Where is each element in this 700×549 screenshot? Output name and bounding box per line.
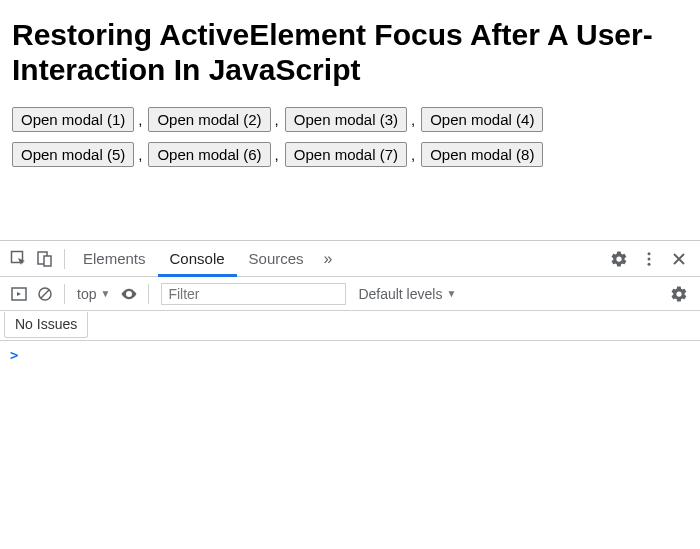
device-toggle-icon[interactable] bbox=[32, 246, 58, 272]
tabs-overflow-button[interactable]: » bbox=[316, 250, 341, 268]
open-modal-8-button[interactable]: Open modal (8) bbox=[421, 142, 543, 167]
svg-rect-2 bbox=[44, 256, 51, 266]
separator: , bbox=[138, 111, 142, 128]
settings-gear-icon[interactable] bbox=[604, 244, 634, 274]
open-modal-6-button[interactable]: Open modal (6) bbox=[148, 142, 270, 167]
more-menu-icon[interactable] bbox=[634, 244, 664, 274]
separator: , bbox=[411, 146, 415, 163]
close-icon[interactable] bbox=[664, 244, 694, 274]
open-modal-7-button[interactable]: Open modal (7) bbox=[285, 142, 407, 167]
devtools-panel: Elements Console Sources » top ▼ bbox=[0, 240, 700, 549]
devtools-tabbar: Elements Console Sources » bbox=[0, 241, 700, 277]
log-levels-label: Default levels bbox=[358, 286, 442, 302]
issues-tab[interactable]: No Issues bbox=[4, 312, 88, 338]
separator: , bbox=[411, 111, 415, 128]
divider bbox=[64, 249, 65, 269]
console-output[interactable]: > bbox=[0, 341, 700, 369]
svg-point-5 bbox=[648, 262, 651, 265]
console-toolbar: top ▼ Default levels ▼ bbox=[0, 277, 700, 311]
open-modal-1-button[interactable]: Open modal (1) bbox=[12, 107, 134, 132]
open-modal-5-button[interactable]: Open modal (5) bbox=[12, 142, 134, 167]
chevron-down-icon: ▼ bbox=[100, 288, 110, 299]
chevron-down-icon: ▼ bbox=[446, 288, 456, 299]
separator: , bbox=[275, 111, 279, 128]
log-levels-selector[interactable]: Default levels ▼ bbox=[352, 286, 462, 302]
clear-console-icon[interactable] bbox=[32, 281, 58, 307]
open-modal-4-button[interactable]: Open modal (4) bbox=[421, 107, 543, 132]
open-modal-2-button[interactable]: Open modal (2) bbox=[148, 107, 270, 132]
separator: , bbox=[275, 146, 279, 163]
tab-elements[interactable]: Elements bbox=[71, 241, 158, 277]
issues-bar: No Issues bbox=[0, 311, 700, 341]
svg-line-8 bbox=[41, 290, 49, 298]
page-content: Restoring ActiveElement Focus After A Us… bbox=[0, 0, 700, 167]
console-prompt-icon: > bbox=[10, 347, 18, 363]
console-sidebar-toggle-icon[interactable] bbox=[6, 281, 32, 307]
svg-point-4 bbox=[648, 257, 651, 260]
inspect-element-icon[interactable] bbox=[6, 246, 32, 272]
divider bbox=[64, 284, 65, 304]
button-row-1: Open modal (1) , Open modal (2) , Open m… bbox=[12, 107, 688, 132]
console-settings-gear-icon[interactable] bbox=[664, 279, 694, 309]
svg-point-9 bbox=[128, 292, 131, 295]
tab-console[interactable]: Console bbox=[158, 241, 237, 277]
page-title: Restoring ActiveElement Focus After A Us… bbox=[12, 18, 688, 87]
execution-context-selector[interactable]: top ▼ bbox=[71, 286, 116, 302]
tab-sources[interactable]: Sources bbox=[237, 241, 316, 277]
button-row-2: Open modal (5) , Open modal (6) , Open m… bbox=[12, 142, 688, 167]
open-modal-3-button[interactable]: Open modal (3) bbox=[285, 107, 407, 132]
live-expression-eye-icon[interactable] bbox=[116, 281, 142, 307]
svg-point-3 bbox=[648, 252, 651, 255]
separator: , bbox=[138, 146, 142, 163]
execution-context-label: top bbox=[77, 286, 96, 302]
divider bbox=[148, 284, 149, 304]
console-filter-input[interactable] bbox=[161, 283, 346, 305]
